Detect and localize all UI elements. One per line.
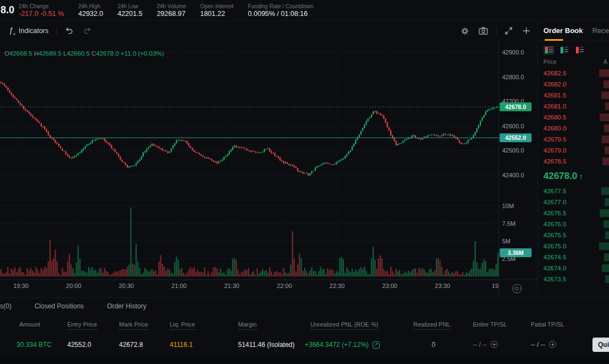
candlestick-chart[interactable]: 42900.042800.042700.042600.042500.042400… bbox=[0, 41, 537, 297]
bottom-tab-1[interactable]: Closed Positions bbox=[35, 302, 84, 310]
chart-toolbar: ƒx Indicators bbox=[0, 21, 537, 41]
tab-order-book[interactable]: Order Book bbox=[543, 21, 583, 41]
bottom-tab-2[interactable]: Order History bbox=[107, 302, 146, 310]
stat-value: 0.0095% / 01:08:16 bbox=[248, 10, 314, 18]
stat-item: 24h Change-217.0 -0.51 % bbox=[19, 3, 64, 18]
ob-price: 42680.5 bbox=[543, 114, 567, 121]
volume-badge: 3.36M bbox=[500, 248, 532, 257]
col-margin[interactable]: Margin bbox=[238, 321, 257, 330]
position-unrealized-pnl: +3664.3472 (+7.12%) bbox=[305, 341, 380, 349]
svg-text:22:00: 22:00 bbox=[277, 282, 292, 289]
tab-recent-trades[interactable]: Rece bbox=[592, 21, 609, 41]
bid-row[interactable]: 42675.0 bbox=[538, 241, 609, 252]
order-book-tabs: Order Book Rece bbox=[538, 21, 609, 41]
position-realized-pnl: 0 bbox=[413, 341, 454, 349]
bottom-tab-0[interactable]: s(0) bbox=[0, 302, 12, 310]
bid-row[interactable]: 42674.5 bbox=[538, 252, 609, 263]
svg-text:3.36M: 3.36M bbox=[508, 249, 524, 256]
bid-row[interactable]: 42677.0 bbox=[538, 197, 609, 208]
depth-bar bbox=[602, 157, 609, 165]
edit-patial-tpsl-icon[interactable] bbox=[549, 341, 556, 348]
mode-both-icon[interactable] bbox=[543, 46, 554, 55]
chart-panel: ƒx Indicators bbox=[0, 21, 537, 297]
stat-label: Funding Rate / Countdown bbox=[248, 3, 314, 10]
chart-settings-gear-icon[interactable] bbox=[460, 26, 470, 36]
position-amount: 30.334 BTC bbox=[17, 341, 52, 349]
position-margin: 51411.46 (Isolated) bbox=[238, 341, 295, 349]
quick-tpsl-button-partial[interactable]: Quic bbox=[592, 338, 609, 352]
edit-entire-tpsl-icon[interactable] bbox=[491, 341, 498, 348]
bid-row[interactable]: 42676.5 bbox=[538, 208, 609, 219]
bid-row[interactable]: 42677.5 bbox=[538, 186, 609, 197]
ask-row[interactable]: 42681.0 bbox=[538, 101, 609, 112]
col-entire-tpsl: Entire TP/SL bbox=[473, 321, 507, 328]
order-book-view-modes bbox=[538, 41, 609, 58]
stat-value: -217.0 -0.51 % bbox=[19, 10, 64, 18]
last-traded-price[interactable]: 42678.0 ↑ bbox=[538, 167, 609, 186]
depth-bar bbox=[600, 113, 609, 121]
indicators-button[interactable]: ƒx Indicators bbox=[9, 26, 48, 36]
depth-bar bbox=[604, 253, 609, 261]
bids-list: 42677.542677.042676.542676.042675.542675… bbox=[538, 186, 609, 285]
ask-row[interactable]: 42682.0 bbox=[538, 79, 609, 90]
depth-bar bbox=[602, 264, 609, 272]
ob-price: 42682.5 bbox=[543, 70, 567, 77]
share-pnl-icon[interactable] bbox=[373, 341, 380, 349]
ask-row[interactable]: 42678.5 bbox=[538, 156, 609, 167]
mode-asks-icon[interactable] bbox=[574, 46, 585, 55]
ohlc-legend: O42668.5 H42689.5 L42660.5 C42678.0 +11.… bbox=[4, 50, 164, 57]
svg-text:23:30: 23:30 bbox=[435, 282, 450, 289]
ask-row[interactable]: 42679.0 bbox=[538, 145, 609, 156]
table-bottom-strip bbox=[0, 356, 609, 363]
bid-row[interactable]: 42674.0 bbox=[538, 263, 609, 274]
mode-bids-icon[interactable] bbox=[559, 46, 570, 55]
svg-text:21:30: 21:30 bbox=[224, 282, 240, 289]
ob-price: 42677.0 bbox=[543, 199, 567, 205]
svg-text:19: 19 bbox=[492, 282, 498, 289]
ask-row[interactable]: 42680.5 bbox=[538, 112, 609, 123]
depth-bar bbox=[599, 69, 609, 77]
depth-bar bbox=[605, 275, 609, 283]
volume-bars bbox=[1, 208, 499, 276]
fullscreen-expand-icon[interactable] bbox=[504, 26, 513, 35]
col-realized-pnl[interactable]: Realized PNL bbox=[413, 321, 450, 330]
contract-price-partial: 8.0 bbox=[0, 4, 19, 16]
screenshot-camera-icon[interactable] bbox=[478, 26, 488, 35]
depth-bar bbox=[603, 220, 609, 228]
positions-panel: s(0)Closed PositionsOrder History Amount… bbox=[0, 297, 609, 364]
position-patial-tpsl: -- / -- bbox=[531, 341, 556, 349]
axis-settings-gear-icon[interactable] bbox=[513, 284, 521, 293]
positions-tabs: s(0)Closed PositionsOrder History bbox=[0, 298, 609, 314]
ask-row[interactable]: 42681.5 bbox=[538, 90, 609, 101]
svg-text:42400.0: 42400.0 bbox=[502, 172, 524, 178]
order-book-header: Price A bbox=[538, 58, 609, 68]
ob-price: 42678.5 bbox=[543, 158, 567, 165]
col-mark-price[interactable]: Mark Price bbox=[119, 321, 148, 330]
bid-row[interactable]: 42675.5 bbox=[538, 230, 609, 241]
ask-row[interactable]: 42680.0 bbox=[538, 123, 609, 134]
add-crosshair-plus-icon[interactable] bbox=[522, 26, 531, 35]
svg-text:20:00: 20:00 bbox=[66, 282, 82, 289]
depth-bar bbox=[602, 135, 609, 143]
svg-text:22:30: 22:30 bbox=[330, 282, 345, 289]
col-liq-price[interactable]: Liq. Price bbox=[170, 321, 195, 330]
svg-text:42600.0: 42600.0 bbox=[502, 123, 524, 129]
ob-price: 42681.0 bbox=[543, 103, 567, 110]
trading-terminal: 8.0 24h Change-217.0 -0.51 %24h High4293… bbox=[0, 0, 609, 364]
svg-text:21:00: 21:00 bbox=[171, 282, 187, 289]
ob-price: 42679.0 bbox=[543, 147, 567, 154]
col-unrealized-pnl[interactable]: Unrealized PNL (ROE %) bbox=[310, 321, 379, 330]
stat-item: Open Interest1801.22 bbox=[200, 3, 234, 18]
undo-icon[interactable] bbox=[64, 26, 74, 35]
ask-row[interactable]: 42679.5 bbox=[538, 134, 609, 145]
depth-bar bbox=[599, 242, 609, 250]
ob-price: 42673.5 bbox=[543, 276, 567, 282]
col-entry-price[interactable]: Entry Price bbox=[67, 321, 97, 330]
redo-icon[interactable] bbox=[83, 26, 92, 35]
bid-row[interactable]: 42676.0 bbox=[538, 219, 609, 230]
bid-row[interactable]: 42673.5 bbox=[538, 274, 609, 285]
stat-value: 42201.5 bbox=[117, 10, 142, 18]
stat-value: 29268.97 bbox=[157, 10, 186, 18]
position-liq-price: 41116.1 bbox=[170, 341, 193, 349]
ask-row[interactable]: 42682.5 bbox=[538, 68, 609, 79]
